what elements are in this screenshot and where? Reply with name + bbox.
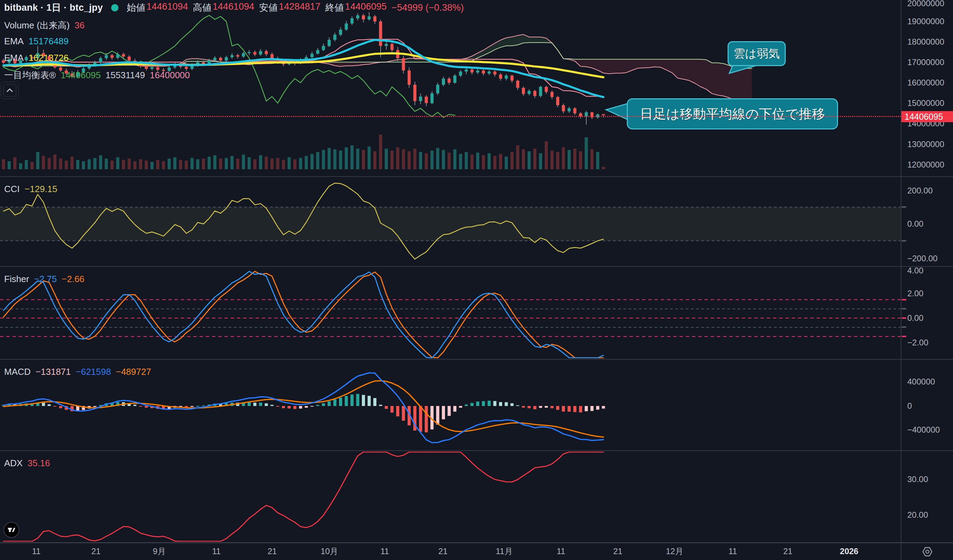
volume-bars	[2, 135, 605, 169]
ohlc-low: 安値 14284817	[259, 2, 320, 14]
price-scale[interactable]	[901, 0, 953, 543]
symbol-header[interactable]: bitbank · 1日 · btc_jpy 始値 14461094 高値 14…	[4, 2, 464, 14]
volume-legend[interactable]: Volume (出来高) 36	[4, 19, 84, 31]
fisher-legend[interactable]: Fisher −2.75 −2.66	[4, 274, 84, 285]
adx-legend[interactable]: ADX 35.16	[4, 458, 50, 469]
pane-separators	[0, 0, 953, 560]
ohlc-close: 終値 14406095	[325, 2, 386, 14]
candlesticks	[2, 12, 605, 125]
ohlc-high: 高値 14461094	[193, 2, 254, 14]
cci-legend[interactable]: CCI −129.15	[4, 184, 57, 195]
cci-pane	[0, 183, 901, 259]
settings-hexagon-icon	[922, 546, 933, 558]
ema-slow-legend[interactable]: EMA 16213726	[4, 53, 68, 63]
time-scale[interactable]	[0, 543, 901, 560]
legend-collapse-outline	[1, 82, 19, 99]
ma-note-text: 日足は移動平均線の下位で推移	[640, 105, 825, 123]
chevron-up-icon	[6, 88, 13, 93]
trading-chart-app: 2000000019000000180000001700000016000000…	[0, 0, 953, 560]
ma-note-callout[interactable]: 日足は移動平均線の下位で推移	[627, 98, 838, 130]
tradingview-logo-icon	[7, 526, 16, 534]
symbol-title[interactable]: bitbank · 1日 · btc_jpy	[4, 2, 103, 14]
price-change: −54999 (−0.38%)	[392, 2, 464, 13]
kijun-line	[3, 39, 604, 97]
cloud-note-text: 雲は弱気	[734, 46, 780, 62]
legend-collapse-button[interactable]	[3, 84, 16, 97]
tradingview-logo[interactable]	[3, 522, 19, 538]
adx-pane	[3, 452, 604, 541]
cloud-note-callout[interactable]: 雲は弱気	[728, 41, 786, 66]
fisher-pane	[0, 271, 901, 358]
ohlc-open: 始値 14461094	[127, 2, 188, 14]
ema-fast-line	[3, 40, 604, 97]
market-status-icon	[111, 4, 118, 11]
macd-legend[interactable]: MACD −131871 −621598 −489727	[4, 367, 151, 377]
chart-canvas: 2000000019000000180000001700000016000000…	[0, 0, 953, 560]
ema-fast-legend[interactable]: EMA 15176489	[4, 36, 68, 47]
ichimoku-legend[interactable]: 一目均衡表® 14406095 15531149 16400000	[4, 69, 190, 81]
macd-pane	[2, 373, 605, 442]
current-price-line	[0, 116, 901, 117]
scale-settings-button[interactable]	[921, 545, 934, 558]
